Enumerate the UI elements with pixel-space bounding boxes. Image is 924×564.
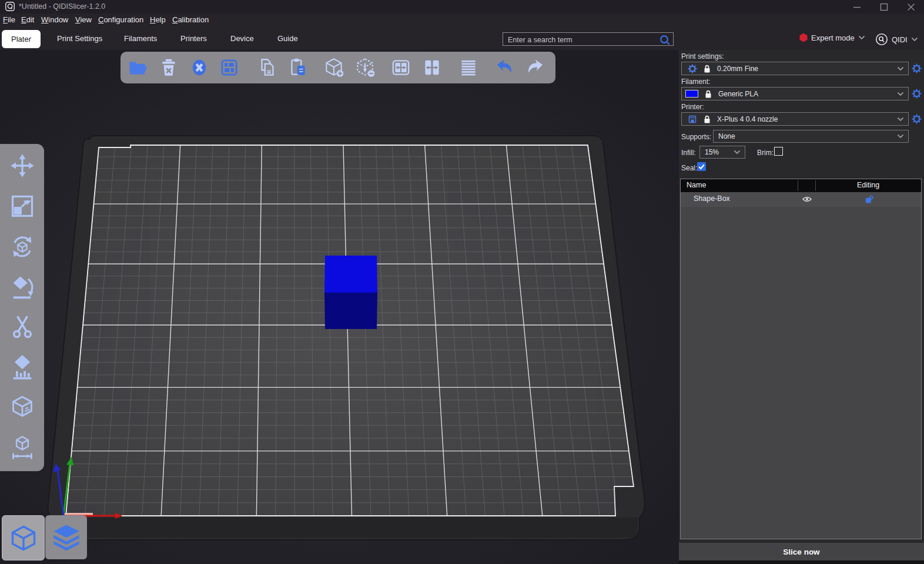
lock-icon xyxy=(702,64,712,73)
window-title: *Untitled - QIDISlicer-1.2.0 xyxy=(19,2,105,11)
visibility-eye-icon[interactable] xyxy=(802,196,812,204)
menu-edit[interactable]: Edit xyxy=(21,15,34,24)
filament-value: Generic PLA xyxy=(718,90,758,98)
menu-bar: File Edit Window View Configuration Help… xyxy=(0,14,924,28)
chevron-down-icon xyxy=(897,92,904,96)
remove-instance-icon[interactable] xyxy=(354,56,376,79)
printer-gear-button[interactable] xyxy=(912,114,922,125)
chevron-down-icon xyxy=(911,37,918,42)
infill-label: Infill: xyxy=(681,149,696,157)
chevron-down-icon xyxy=(734,150,741,155)
top-toolbar xyxy=(120,52,555,83)
seal-label: Seal: xyxy=(681,164,697,172)
filament-color-swatch xyxy=(685,90,698,98)
chevron-down-icon xyxy=(897,134,904,139)
split-to-objects-icon[interactable] xyxy=(390,56,412,79)
viewport-3d[interactable] xyxy=(0,50,679,564)
split-to-parts-icon[interactable] xyxy=(421,56,443,79)
paint-supports-icon[interactable] xyxy=(9,354,35,380)
view-3d-button[interactable] xyxy=(2,515,45,560)
tab-bar: Plater Print Settings Filaments Printers… xyxy=(0,28,924,50)
view-layers-button[interactable] xyxy=(45,515,87,559)
filament-gear-button[interactable] xyxy=(912,89,922,99)
infill-combo[interactable]: 15% xyxy=(699,146,745,159)
arrange-icon[interactable] xyxy=(218,56,240,79)
layers-icon xyxy=(52,523,81,552)
printer-combo[interactable]: X-Plus 4 0.4 nozzle xyxy=(681,112,909,126)
menu-help[interactable]: Help xyxy=(150,15,166,24)
tab-printers[interactable]: Printers xyxy=(180,34,207,43)
search-box xyxy=(503,32,674,46)
close-button[interactable] xyxy=(898,0,924,14)
move-icon[interactable] xyxy=(9,153,35,179)
menu-configuration[interactable]: Configuration xyxy=(98,15,143,24)
infill-value: 15% xyxy=(705,148,719,156)
column-editing: Editing xyxy=(815,181,921,189)
title-bar: *Untitled - QIDISlicer-1.2.0 xyxy=(0,0,924,14)
minimize-button[interactable] xyxy=(843,0,871,14)
supports-combo[interactable]: None xyxy=(713,130,909,143)
tab-guide[interactable]: Guide xyxy=(277,34,298,43)
add-instance-icon[interactable] xyxy=(323,56,345,79)
sidebar: Print settings: 0.20mm Fine Filament: Ge… xyxy=(679,50,924,564)
menu-view[interactable]: View xyxy=(75,15,92,24)
copy-icon[interactable] xyxy=(256,56,279,79)
scale-icon[interactable] xyxy=(9,193,35,219)
chevron-down-icon xyxy=(897,117,904,122)
object-list-header: Name Editing xyxy=(681,179,921,192)
object-row-shape-box[interactable]: Shape-Box xyxy=(681,192,921,207)
print-settings-value: 0.20mm Fine xyxy=(717,65,758,73)
bottom-strip xyxy=(679,560,924,564)
place-on-face-icon[interactable] xyxy=(9,274,35,300)
printer-label: Printer: xyxy=(681,103,704,111)
qidi-logo-icon xyxy=(875,33,888,46)
print-settings-gear-button[interactable] xyxy=(912,63,922,74)
search-icon[interactable] xyxy=(659,35,670,48)
supports-value: None xyxy=(718,132,735,140)
build-plate[interactable] xyxy=(48,136,645,540)
maximize-button[interactable] xyxy=(871,0,898,14)
filament-label: Filament: xyxy=(681,78,710,86)
menu-calibration[interactable]: Calibration xyxy=(172,15,209,24)
open-project-icon[interactable] xyxy=(127,56,149,79)
delete-icon[interactable] xyxy=(158,56,180,79)
seal-checkbox[interactable] xyxy=(697,162,706,171)
print-settings-combo[interactable]: 0.20mm Fine xyxy=(681,62,909,75)
slice-now-button[interactable]: Slice now xyxy=(679,542,924,560)
mode-selector[interactable]: Expert mode xyxy=(799,33,865,42)
seam-painting-icon[interactable] xyxy=(9,394,35,420)
left-toolbar xyxy=(0,144,44,471)
menu-window[interactable]: Window xyxy=(41,15,68,24)
column-name: Name xyxy=(687,181,706,189)
gear-icon xyxy=(688,64,697,73)
paste-icon[interactable] xyxy=(287,56,309,79)
object-name: Shape-Box xyxy=(694,194,730,203)
search-input[interactable] xyxy=(507,33,659,46)
filament-combo[interactable]: Generic PLA xyxy=(681,87,909,100)
qidislicer-window: *Untitled - QIDISlicer-1.2.0 File Edit W… xyxy=(0,0,924,564)
tab-filaments[interactable]: Filaments xyxy=(124,34,157,43)
chevron-down-icon xyxy=(897,66,904,71)
rotate-icon[interactable] xyxy=(9,234,35,260)
model-shape-box[interactable] xyxy=(324,256,377,329)
brim-checkbox[interactable] xyxy=(774,147,783,156)
cut-icon[interactable] xyxy=(9,314,35,340)
cube-3d-icon xyxy=(9,524,38,552)
tab-plater[interactable]: Plater xyxy=(2,30,41,48)
menu-file[interactable]: File xyxy=(3,15,15,24)
undo-icon[interactable] xyxy=(493,56,515,79)
print-settings-label: Print settings: xyxy=(681,52,724,61)
account-selector[interactable]: QIDI xyxy=(875,33,918,46)
measure-icon[interactable] xyxy=(9,434,35,460)
tab-print-settings[interactable]: Print Settings xyxy=(57,34,102,43)
lock-icon xyxy=(702,115,712,124)
tab-device[interactable]: Device xyxy=(230,34,254,43)
expert-mode-icon xyxy=(799,33,808,42)
editing-icon[interactable] xyxy=(865,195,873,206)
account-label: QIDI xyxy=(892,35,908,44)
delete-all-icon[interactable] xyxy=(188,56,210,79)
redo-icon[interactable] xyxy=(524,56,547,79)
object-list: Name Editing Shape-Box xyxy=(680,179,922,539)
variable-layer-height-icon[interactable] xyxy=(457,56,480,79)
check-icon xyxy=(697,162,706,171)
